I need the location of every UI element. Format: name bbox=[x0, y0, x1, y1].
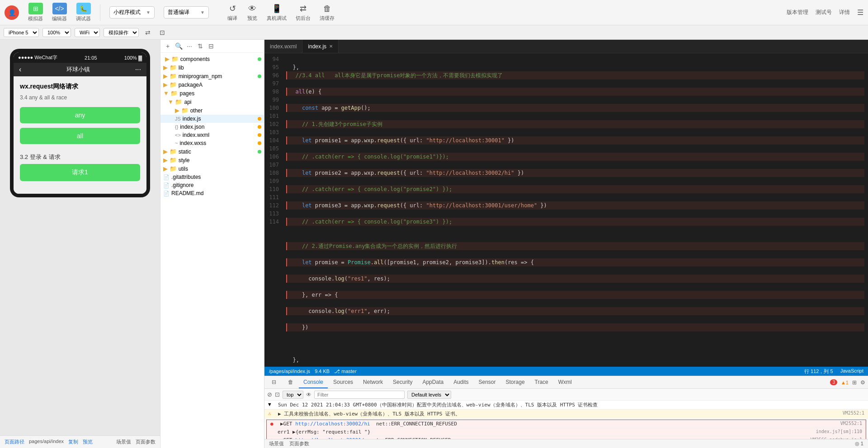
tab-sensor[interactable]: Sensor bbox=[474, 376, 500, 388]
tab-security[interactable]: Security bbox=[388, 376, 417, 388]
more-options-btn[interactable]: ··· bbox=[185, 42, 194, 51]
tree-item-static[interactable]: ▶ 📁 static bbox=[160, 147, 264, 156]
console-source: VM2552:1 bbox=[840, 421, 862, 426]
add-file-btn[interactable]: + bbox=[163, 42, 172, 51]
tree-badge-yellow bbox=[258, 117, 261, 121]
tab-appdata[interactable]: AppData bbox=[418, 376, 448, 388]
tree-item-components[interactable]: ▶ 📁 components bbox=[160, 55, 264, 63]
path-value: pages/api/index bbox=[29, 439, 64, 445]
editor-btn[interactable]: </> 编辑器 bbox=[52, 3, 67, 22]
code-content[interactable]: }, //3.4 all all本身它是属于promise对象的一个方法，不需要… bbox=[283, 53, 868, 367]
any-button[interactable]: any bbox=[20, 107, 140, 123]
console-text: Sun Dec 12 2021 21:04:33 GMT+0800（中国标准时间… bbox=[278, 401, 861, 408]
test-id-btn[interactable]: 测试号 bbox=[816, 9, 832, 16]
device-select[interactable]: iPhone 5 iPhone 6 bbox=[4, 28, 39, 37]
filter-input[interactable] bbox=[314, 391, 405, 399]
tree-item-other[interactable]: ▶ 📁 other bbox=[160, 106, 264, 115]
tree-item-lib[interactable]: ▶ 📁 lib bbox=[160, 63, 264, 72]
file-path: /pages/api/index.js bbox=[269, 369, 310, 374]
fields-btn[interactable]: 场景值 bbox=[116, 439, 131, 445]
clear-cache-action[interactable]: 🗑 清缓存 bbox=[320, 3, 335, 22]
background-icon: ⇄ bbox=[298, 3, 309, 14]
tree-item-miniprogram[interactable]: ▶ 📁 miniprogram_npm bbox=[160, 72, 264, 80]
tree-item-indexjson[interactable]: {} index.json bbox=[160, 123, 264, 131]
rotate-icon[interactable]: ⇄ bbox=[142, 27, 153, 38]
line-numbers: 94 95 96 97 98 99 100 101 102 103 104 10… bbox=[264, 53, 283, 367]
compile-dropdown-arrow: ▼ bbox=[200, 10, 205, 15]
tab-storage[interactable]: Storage bbox=[501, 376, 529, 388]
search-file-btn[interactable]: 🔍 bbox=[174, 42, 183, 51]
tab-trace[interactable]: Trace bbox=[530, 376, 553, 388]
phone-nav-bar: ‹ 环球小镇 ··· bbox=[14, 63, 146, 76]
real-debug-action[interactable]: 📱 真机调试 bbox=[267, 3, 287, 22]
close-tab-btn[interactable]: ✕ bbox=[329, 44, 333, 49]
tab-indexjs[interactable]: index.js ✕ bbox=[302, 40, 339, 53]
phone-battery: 100% ▓ bbox=[124, 55, 142, 61]
simulator-btn[interactable]: ⊞ 模拟器 bbox=[28, 3, 43, 22]
operation-select[interactable]: 模拟操作 bbox=[104, 28, 139, 37]
tree-item-readme[interactable]: 📄 README.md bbox=[160, 189, 264, 197]
js-file-icon: JS bbox=[175, 116, 181, 121]
context-select[interactable]: top bbox=[283, 391, 303, 399]
tree-item-indexjs[interactable]: JS index.js bbox=[160, 115, 264, 123]
menu-btn[interactable]: ☰ bbox=[857, 8, 863, 17]
background-action[interactable]: ⇄ 切后台 bbox=[296, 3, 311, 22]
tree-item-gitattributes[interactable]: 📄 .gitattributes bbox=[160, 173, 264, 181]
editor-status-bar: /pages/api/index.js 9.4 KB ⎇ master 行 11… bbox=[264, 367, 868, 376]
tree-item-indexwxss[interactable]: ~ index.wxss bbox=[160, 139, 264, 147]
toolbar-actions: ↺ 编译 👁 预览 📱 真机调试 ⇄ 切后台 🗑 清缓存 bbox=[227, 3, 335, 22]
mode-dropdown[interactable]: 小程序模式 ▼ bbox=[109, 6, 155, 19]
tree-item-api[interactable]: ▼ 📁 api bbox=[160, 98, 264, 106]
tree-item-indexwxml[interactable]: <> index.wxml bbox=[160, 131, 264, 139]
console-panel: ⊟ 🗑 Console Sources Network Security App… bbox=[264, 376, 868, 448]
console-source: VM2552:1 bbox=[843, 411, 864, 415]
zoom-select[interactable]: 100% 75% bbox=[42, 28, 71, 37]
page-title: wx.request网络请求 bbox=[20, 83, 140, 91]
tree-item-style[interactable]: ▶ 📁 style bbox=[160, 156, 264, 164]
screenshot-icon[interactable]: ⊡ bbox=[157, 27, 168, 38]
code-area[interactable]: 94 95 96 97 98 99 100 101 102 103 104 10… bbox=[264, 53, 868, 367]
file-icon: 📄 bbox=[163, 174, 170, 180]
tree-item-gitignore[interactable]: 📄 .gitignore bbox=[160, 181, 264, 189]
settings-btn[interactable]: ⚙ bbox=[860, 379, 865, 386]
section-title: 3.2 登录 & 请求 bbox=[20, 153, 140, 161]
tab-console-toggle[interactable]: ⊟ bbox=[267, 376, 281, 388]
request1-button[interactable]: 请求1 bbox=[20, 164, 140, 181]
network-select[interactable]: WiFi 4G bbox=[75, 28, 100, 37]
error-link1[interactable]: http://localhost:30002/hi bbox=[295, 421, 370, 427]
tab-wxml[interactable]: index.wxml bbox=[264, 40, 302, 53]
preview-action[interactable]: 👁 预览 bbox=[247, 3, 258, 22]
tree-label: lib bbox=[179, 65, 184, 71]
file-panel-toolbar: + 🔍 ··· ⇅ ⊟ bbox=[160, 40, 264, 53]
bottom-path-info: 场景值 页面参数 bbox=[269, 440, 309, 447]
expand-console-btn[interactable]: ⊞ bbox=[852, 379, 857, 386]
collapse-btn[interactable]: ⊟ bbox=[207, 42, 216, 51]
debugger-btn[interactable]: 🐛 调试器 bbox=[76, 3, 91, 22]
tab-network[interactable]: Network bbox=[359, 376, 387, 388]
levels-select[interactable]: Default levels bbox=[407, 391, 451, 399]
console-source: index.js?[sm]:110 bbox=[816, 429, 862, 434]
console-text: ▶GET http://localhost:30002/hi net::ERR_… bbox=[280, 421, 837, 427]
tree-item-pages[interactable]: ▼ 📁 pages bbox=[160, 89, 264, 98]
page-params-btn[interactable]: 页面参数 bbox=[136, 439, 156, 445]
path-label: 页面路径 bbox=[5, 439, 24, 445]
version-mgmt-btn[interactable]: 版本管理 bbox=[787, 9, 808, 16]
tab-wxml[interactable]: Wxml bbox=[554, 376, 576, 388]
preview-link[interactable]: 预览 bbox=[83, 439, 93, 445]
compile-action[interactable]: ↺ 编译 bbox=[227, 3, 238, 22]
tab-trash[interactable]: 🗑 bbox=[283, 376, 298, 388]
sort-btn[interactable]: ⇅ bbox=[196, 42, 205, 51]
tab-sources[interactable]: Sources bbox=[329, 376, 358, 388]
tab-audits[interactable]: Audits bbox=[449, 376, 473, 388]
tree-item-utils[interactable]: ▶ 📁 utils bbox=[160, 164, 264, 173]
compile-dropdown[interactable]: 普通编译 ▼ bbox=[164, 6, 209, 19]
copy-btn[interactable]: 复制 bbox=[68, 439, 78, 445]
details-btn[interactable]: 详情 bbox=[839, 9, 850, 16]
app-bottom-bar: 场景值 页面参数 ◎ 1 bbox=[264, 439, 868, 448]
tree-item-packagea[interactable]: ▶ 📁 packageA bbox=[160, 80, 264, 89]
language: JavaScript bbox=[840, 368, 863, 375]
all-button[interactable]: all bbox=[20, 128, 140, 144]
user-avatar[interactable]: 👤 bbox=[5, 5, 19, 20]
file-icon: 📄 bbox=[163, 191, 170, 196]
tab-console[interactable]: Console bbox=[299, 376, 328, 388]
